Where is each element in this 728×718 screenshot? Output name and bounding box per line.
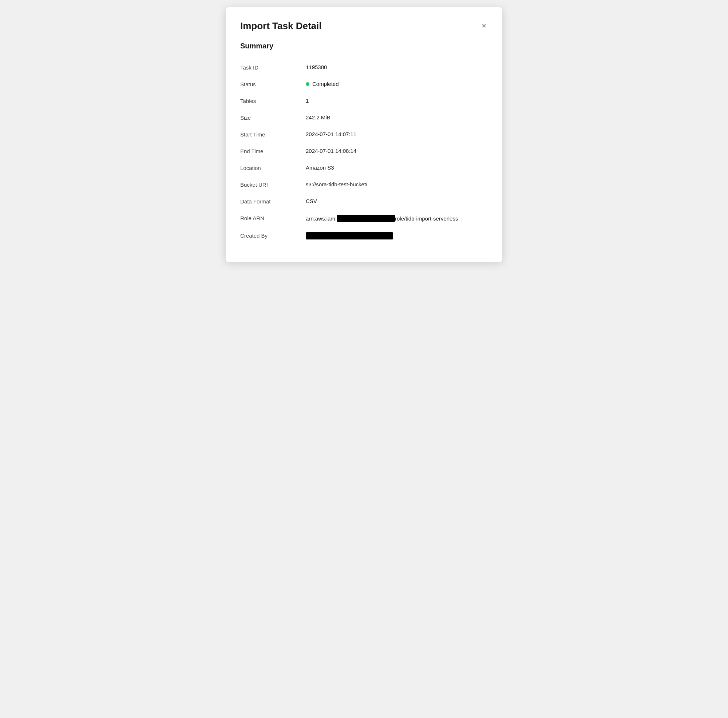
import-task-detail-modal: Import Task Detail × Summary Task ID 119… [226, 7, 502, 262]
field-label-task-id: Task ID [240, 64, 306, 70]
table-row: Created By [240, 227, 488, 244]
table-row: Location Amazon S3 [240, 159, 488, 176]
field-label-data-format: Data Format [240, 198, 306, 205]
field-value-bucket-uri: s3://sora-tidb-test-bucket/ [306, 181, 488, 188]
table-row: Role ARN arn:aws:iam: role/tidb-import-s… [240, 209, 488, 227]
field-label-role-arn: Role ARN [240, 215, 306, 221]
table-row: Start Time 2024-07-01 14:07:11 [240, 126, 488, 143]
status-dot-icon [306, 82, 309, 86]
redacted-block-created-by [306, 232, 393, 240]
field-value-start-time: 2024-07-01 14:07:11 [306, 131, 488, 137]
role-arn-suffix: role/tidb-import-serverless [395, 215, 458, 222]
field-label-end-time: End Time [240, 148, 306, 154]
table-row: Status Completed [240, 76, 488, 92]
summary-section-title: Summary [240, 42, 488, 50]
status-badge: Completed [306, 81, 488, 87]
table-row: Bucket URI s3://sora-tidb-test-bucket/ [240, 176, 488, 193]
field-value-end-time: 2024-07-01 14:08:14 [306, 148, 488, 154]
field-label-created-by: Created By [240, 232, 306, 239]
redacted-block-arn [337, 215, 395, 222]
field-value-status: Completed [306, 81, 488, 87]
table-row: Task ID 1195380 [240, 59, 488, 76]
field-label-location: Location [240, 165, 306, 171]
close-button[interactable]: × [480, 20, 488, 31]
field-value-location: Amazon S3 [306, 165, 488, 171]
field-value-created-by [306, 232, 488, 240]
field-value-data-format: CSV [306, 198, 488, 204]
table-row: Tables 1 [240, 92, 488, 109]
field-label-bucket-uri: Bucket URI [240, 181, 306, 188]
modal-title: Import Task Detail [240, 20, 321, 32]
field-value-role-arn: arn:aws:iam: role/tidb-import-serverless [306, 215, 488, 222]
field-value-task-id: 1195380 [306, 64, 488, 70]
table-row: Data Format CSV [240, 193, 488, 209]
field-value-size: 242.2 MiB [306, 114, 488, 121]
modal-header: Import Task Detail × [240, 20, 488, 32]
detail-table: Task ID 1195380 Status Completed Tables … [240, 59, 488, 244]
field-label-tables: Tables [240, 98, 306, 104]
table-row: End Time 2024-07-01 14:08:14 [240, 143, 488, 159]
field-label-size: Size [240, 114, 306, 121]
field-label-start-time: Start Time [240, 131, 306, 137]
field-label-status: Status [240, 81, 306, 87]
table-row: Size 242.2 MiB [240, 109, 488, 126]
role-arn-prefix: arn:aws:iam: [306, 215, 337, 222]
field-value-tables: 1 [306, 98, 488, 104]
status-text: Completed [312, 81, 339, 87]
